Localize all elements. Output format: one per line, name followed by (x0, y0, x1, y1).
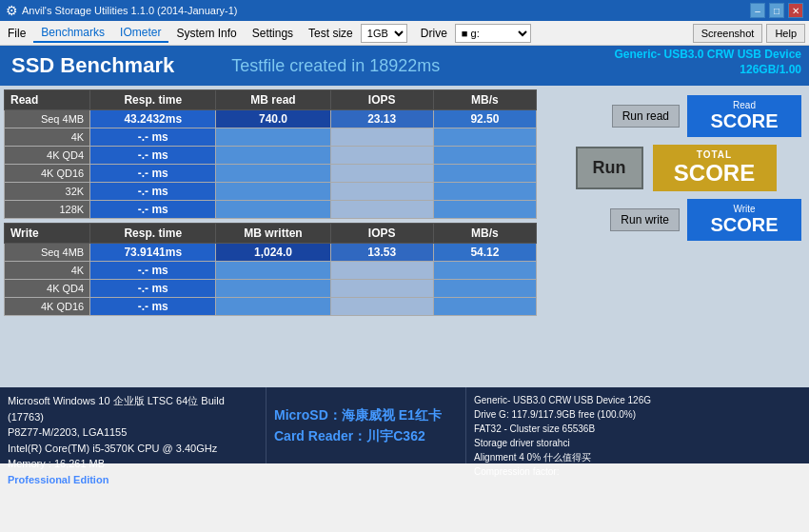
table-row: 128K -.- ms (5, 201, 537, 219)
sys-line1: Microsoft Windows 10 企业版 LTSC 64位 Build … (8, 393, 258, 424)
status-right: Generic- USB3.0 CRW USB Device 126G Driv… (466, 387, 809, 463)
row-label: 4K QD4 (5, 280, 90, 298)
bar-cell (216, 147, 330, 165)
bar-cell (433, 262, 536, 280)
menu-toolbar-bar: File Benchmarks IOmeter System Info Sett… (0, 21, 809, 46)
table-row: 4K QD4 -.- ms (5, 147, 537, 165)
row-label: 4K QD4 (5, 147, 90, 165)
bar-cell (433, 147, 536, 165)
mbs-val: 54.12 (433, 244, 536, 262)
test-size-select[interactable]: 1GB2GB4GB (361, 24, 407, 43)
resp-val: -.- ms (90, 165, 216, 183)
read-score-label: Read (700, 100, 788, 110)
bar-cell (433, 128, 536, 147)
table-row: 4K QD16 -.- ms (5, 165, 537, 183)
minimize-button[interactable]: – (750, 3, 765, 18)
menu-settings[interactable]: Settings (245, 25, 301, 42)
run-button[interactable]: Run (576, 147, 643, 189)
screenshot-button[interactable]: Screenshot (693, 24, 763, 43)
title-bar: ⚙ Anvil's Storage Utilities 1.1.0 (2014-… (0, 0, 809, 21)
bar-cell (216, 262, 330, 280)
right-line1: Generic- USB3.0 CRW USB Device 126G (474, 393, 801, 407)
bar-cell (216, 165, 330, 183)
total-label: TOTAL (666, 149, 763, 160)
menu-drive[interactable]: Drive (413, 25, 455, 42)
col-mbs-w: MB/s (433, 224, 536, 244)
help-button[interactable]: Help (766, 24, 805, 43)
mbs-val: 92.50 (433, 110, 536, 128)
app-icon: ⚙ (6, 3, 18, 18)
sys-line4: Memory : 16,261 MB (8, 456, 258, 472)
ssd-title: SSD Benchmark (11, 53, 174, 78)
menu-testsize[interactable]: Test size (301, 25, 361, 42)
bar-cell (216, 298, 330, 316)
col-mbs: MB/s (433, 90, 536, 110)
sys-line2: P8Z77-M/2203, LGA1155 (8, 424, 258, 441)
bar-cell (330, 128, 433, 147)
row-label: 4K QD16 (5, 165, 90, 183)
table-row: 4K QD16 -.- ms (5, 298, 537, 316)
write-score-value: SCORE (700, 214, 788, 236)
resp-val: -.- ms (90, 183, 216, 201)
center-line1: MicroSD：海康威视 E1红卡 (274, 404, 458, 425)
bar-cell (330, 262, 433, 280)
menu-iometer[interactable]: IOmeter (112, 24, 168, 43)
bar-cell (330, 298, 433, 316)
write-score-row: Run write Write SCORE (550, 199, 801, 241)
run-write-button[interactable]: Run write (610, 208, 680, 231)
drive-select[interactable]: ■ g: (455, 24, 531, 43)
row-label: 32K (5, 183, 90, 201)
device-name: Generic- USB3.0 CRW USB Device (614, 48, 801, 63)
write-score-label: Write (700, 204, 788, 214)
ssd-header: SSD Benchmark Testfile created in 18922m… (0, 46, 809, 86)
right-line3: FAT32 - Cluster size 65536B (474, 422, 801, 436)
center-line2: Card Reader：川宇C362 (274, 425, 458, 446)
row-label: 128K (5, 201, 90, 219)
run-read-button[interactable]: Run read (612, 105, 680, 128)
write-score-box: Write SCORE (687, 199, 801, 241)
col-write: Write (5, 224, 90, 244)
bar-cell (330, 280, 433, 298)
menu-sysinfo[interactable]: System Info (168, 25, 244, 42)
iops-val: 23.13 (330, 110, 433, 128)
resp-val: -.- ms (90, 201, 216, 219)
bar-cell (330, 183, 433, 201)
bar-cell (330, 201, 433, 219)
table-row: Seq 4MB 73.9141ms 1,024.0 13.53 54.12 (5, 244, 537, 262)
bar-cell (433, 280, 536, 298)
bar-cell (330, 165, 433, 183)
main-content: Read Resp. time MB read IOPS MB/s Seq 4M… (0, 86, 809, 387)
col-resp-time-w: Resp. time (90, 224, 216, 244)
bench-area: Read Resp. time MB read IOPS MB/s Seq 4M… (0, 86, 543, 387)
table-row: 4K -.- ms (5, 128, 537, 147)
maximize-button[interactable]: □ (769, 3, 784, 18)
close-button[interactable]: ✕ (788, 3, 803, 18)
mb-val: 1,024.0 (216, 244, 330, 262)
read-score-box: Read SCORE (687, 95, 801, 137)
drive-section: Screenshot Help (693, 24, 809, 43)
status-bar: Microsoft Windows 10 企业版 LTSC 64位 Build … (0, 387, 809, 463)
bar-cell (433, 183, 536, 201)
menu-file[interactable]: File (0, 25, 33, 42)
ssd-subtitle: Testfile created in 18922ms (231, 56, 440, 76)
row-label: 4K (5, 128, 90, 147)
right-line4: Storage driver storahci (474, 436, 801, 450)
col-iops-w: IOPS (330, 224, 433, 244)
iops-val: 13.53 (330, 244, 433, 262)
total-score-value: SCORE (674, 160, 755, 186)
row-label: 4K (5, 262, 90, 280)
write-table: Write Resp. time MB written IOPS MB/s Se… (4, 223, 537, 316)
menu-benchmarks[interactable]: Benchmarks (33, 24, 112, 43)
sys-line3: Intel(R) Core(TM) i5-3570K CPU @ 3.40GHz (8, 441, 258, 457)
device-size: 126GB/1.00 (614, 63, 801, 78)
resp-val: 73.9141ms (90, 244, 216, 262)
run-total-row: Run TOTAL SCORE (550, 145, 801, 191)
status-center: MicroSD：海康威视 E1红卡 Card Reader：川宇C362 (266, 387, 466, 463)
col-mb-written: MB written (216, 224, 330, 244)
read-score-row: Run read Read SCORE (550, 95, 801, 137)
col-read: Read (5, 90, 90, 110)
title-bar-text: Anvil's Storage Utilities 1.1.0 (2014-Ja… (22, 5, 237, 16)
resp-val: -.- ms (90, 280, 216, 298)
table-row: 4K QD4 -.- ms (5, 280, 537, 298)
menu-section: File Benchmarks IOmeter System Info Sett… (0, 21, 531, 45)
